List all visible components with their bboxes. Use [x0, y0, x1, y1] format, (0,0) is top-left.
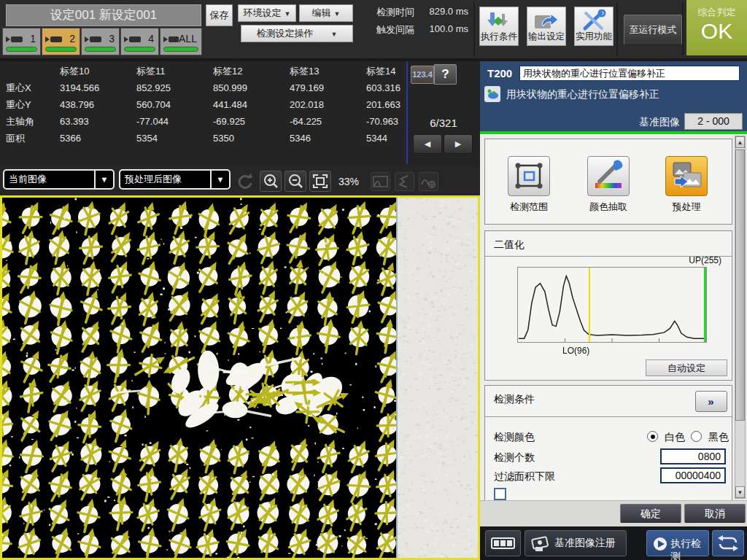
- camera-icon: [124, 34, 142, 44]
- scroll-down-icon[interactable]: ▼: [735, 486, 745, 498]
- tab-camera-3[interactable]: 3: [81, 28, 120, 55]
- tool-description: 用块状物的重心进行位置偏移补正: [506, 88, 659, 101]
- image-display-dropdown[interactable]: 预处理后图像 ▼: [119, 169, 231, 190]
- cancel-button[interactable]: 取消: [684, 504, 746, 523]
- upper-threshold-line[interactable]: [704, 268, 706, 342]
- binarize-title: 二值化: [494, 238, 525, 252]
- row-label: 重心X: [6, 79, 31, 96]
- radio-white[interactable]: [647, 431, 658, 442]
- checkbox[interactable]: [494, 488, 506, 500]
- row-label: 面积: [6, 130, 25, 147]
- judgement-value: OK: [686, 19, 747, 44]
- position-compensation-icon: [484, 86, 500, 102]
- camera-register-icon: [530, 531, 551, 556]
- camera-icon: [85, 34, 102, 44]
- camera-icon: [163, 34, 179, 44]
- utility-button[interactable]: 实用功能: [574, 7, 614, 46]
- exec-condition-button[interactable]: 执行条件: [479, 7, 519, 46]
- expand-button[interactable]: »: [695, 391, 727, 412]
- lower-threshold-line[interactable]: [589, 268, 590, 342]
- filmstrip-icon: [486, 531, 520, 556]
- save-button[interactable]: 保存: [206, 4, 233, 26]
- divider: [682, 3, 684, 55]
- continuous-run-button[interactable]: [712, 530, 744, 556]
- column-header: 标签10: [60, 63, 89, 79]
- binarize-section: 二值化 UP(255) LO(96) 自动设定: [484, 230, 732, 381]
- divider: [485, 416, 732, 417]
- tool-buttons-section: 检测范围 颜色抽取 预处理: [484, 139, 732, 225]
- scrollbar-thumb[interactable]: [735, 149, 745, 421]
- tab-camera-1[interactable]: 1: [2, 28, 41, 55]
- fit-screen-button[interactable]: [309, 171, 331, 192]
- detect-time-label: 检测时间: [376, 6, 414, 19]
- status-bar-green: [163, 47, 198, 52]
- table-row: 重心Y 438.796 560.704 441.484 202.018 201.…: [0, 96, 409, 113]
- register-base-image-button[interactable]: 基准图像注册: [525, 530, 627, 556]
- next-page-button[interactable]: ▶: [444, 134, 473, 154]
- camera-icon: [6, 34, 23, 44]
- column-header: 标签13: [290, 63, 319, 79]
- help-button[interactable]: ?: [434, 64, 457, 85]
- tool-id: T200: [487, 67, 512, 79]
- ok-button[interactable]: 确定: [620, 504, 681, 523]
- radio-black[interactable]: [691, 431, 702, 442]
- binarized-image: [2, 198, 478, 558]
- scroll-up-icon[interactable]: ▲: [735, 136, 745, 148]
- base-image-label: 基准图像: [614, 116, 680, 129]
- run-mode-button[interactable]: 至运行模式: [624, 15, 682, 45]
- color-extract-button[interactable]: [587, 156, 630, 196]
- image-source-dropdown[interactable]: 当前图像 ▼: [3, 169, 115, 190]
- zoom-percent: 33%: [338, 176, 359, 187]
- panel-scrollbar[interactable]: ▲ ▼: [735, 136, 746, 499]
- chevron-down-icon: ▼: [210, 171, 229, 188]
- histogram-plot[interactable]: [517, 267, 707, 343]
- zoom-in-button[interactable]: [260, 171, 282, 192]
- page-indicator: 6/321: [409, 117, 479, 129]
- divider: [616, 3, 618, 55]
- divider: [473, 3, 475, 55]
- edit-menu[interactable]: 编辑▼: [299, 4, 353, 22]
- condition-section: 检测条件 » 检测颜色 白色 黑色 检测个数 0800 过滤面积下限 00000…: [484, 385, 732, 500]
- lower-threshold-label: LO(96): [562, 346, 589, 356]
- tab-camera-4[interactable]: 4: [120, 28, 159, 55]
- preprocess-icon: [666, 157, 707, 195]
- curve-settings-icon: [419, 172, 438, 191]
- chevron-down-icon: ▼: [334, 10, 341, 18]
- export-arrow-icon: [532, 9, 561, 31]
- output-setting-button[interactable]: 输出设定: [527, 7, 566, 46]
- preprocess-label: 预处理: [650, 201, 723, 214]
- camera-image-view[interactable]: [0, 195, 480, 560]
- tab-camera-2[interactable]: 2: [42, 28, 80, 55]
- numeric-display-button[interactable]: 123.4: [411, 66, 434, 84]
- detect-count-input[interactable]: 0800: [660, 448, 726, 464]
- status-bar-green: [6, 47, 37, 52]
- radio-black-label: 黑色: [708, 431, 729, 444]
- status-bar-green: [124, 47, 155, 52]
- results-table: 标签10 标签11 标签12 标签13 标签14 重心X 3194.566 85…: [0, 61, 480, 166]
- filter-area-input[interactable]: 00000400: [660, 467, 726, 483]
- tool-name-input[interactable]: 用块状物的重心进行位置偏移补正: [519, 66, 740, 81]
- detect-setting-ops-menu[interactable]: 检测设定操作▼: [241, 25, 353, 42]
- base-image-value[interactable]: 2 - 000: [684, 113, 743, 130]
- zoom-out-button[interactable]: [285, 171, 306, 192]
- table-row: 主轴角 63.393 -77.044 -69.925 -64.225 -70.9…: [0, 113, 409, 130]
- histogram-tool-icon: [371, 172, 390, 191]
- eyedropper-icon: [588, 157, 629, 195]
- viewer-toolbar: 当前图像 ▼ 预处理后图像 ▼ 33%: [0, 166, 480, 195]
- camera-icon: [45, 34, 63, 44]
- run-detect-button[interactable]: 执行检测: [646, 530, 709, 556]
- filmstrip-button[interactable]: [485, 530, 521, 556]
- detect-range-label: 检测范围: [492, 201, 565, 214]
- detect-range-button[interactable]: [508, 156, 550, 196]
- filter-area-label: 过滤面积下限: [494, 470, 555, 483]
- profile-tool-icon: [395, 172, 414, 191]
- env-settings-menu[interactable]: 环境设定▼: [238, 4, 296, 22]
- chevron-down-icon: ▼: [94, 171, 113, 188]
- preprocess-button[interactable]: [665, 156, 708, 196]
- row-label: 主轴角: [6, 113, 34, 130]
- auto-set-button[interactable]: 自动设定: [646, 359, 727, 376]
- tab-camera-all[interactable]: ALL: [160, 28, 202, 55]
- trigger-interval-value: 100.0 ms: [417, 23, 468, 34]
- prev-page-button[interactable]: ◀: [413, 134, 442, 154]
- overall-judgement: 综合判定 OK: [686, 0, 747, 55]
